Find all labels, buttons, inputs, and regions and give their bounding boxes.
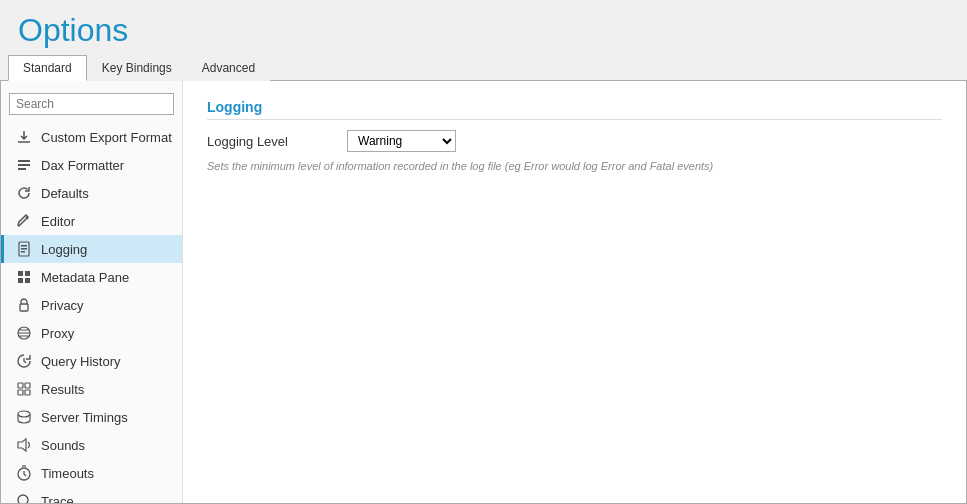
sidebar-item-privacy[interactable]: Privacy <box>1 291 182 319</box>
logging-level-select[interactable]: TraceDebugInformationWarningErrorFatal <box>347 130 456 152</box>
sidebar-item-defaults[interactable]: Defaults <box>1 179 182 207</box>
logging-icon <box>15 240 33 258</box>
svg-rect-8 <box>25 271 30 276</box>
sidebar-item-query-history[interactable]: Query History <box>1 347 182 375</box>
sidebar-item-label-editor: Editor <box>41 214 75 229</box>
sidebar-item-metadata-pane[interactable]: Metadata Pane <box>1 263 182 291</box>
sidebar-item-label-query-history: Query History <box>41 354 120 369</box>
sidebar-item-dax-formatter[interactable]: Dax Formatter <box>1 151 182 179</box>
server-timings-icon <box>15 408 33 426</box>
sidebar-item-label-defaults: Defaults <box>41 186 89 201</box>
svg-point-19 <box>18 495 28 503</box>
sidebar-item-label-timeouts: Timeouts <box>41 466 94 481</box>
timeouts-icon <box>15 464 33 482</box>
results-icon <box>15 380 33 398</box>
sidebar-item-label-trace: Trace <box>41 494 74 504</box>
tab-standard[interactable]: Standard <box>8 55 87 81</box>
svg-rect-13 <box>25 383 30 388</box>
search-input[interactable] <box>9 93 174 115</box>
defaults-icon <box>15 184 33 202</box>
logging-level-row: Logging Level TraceDebugInformationWarni… <box>207 130 942 152</box>
sidebar-item-logging[interactable]: Logging <box>1 235 182 263</box>
sidebar-item-label-custom-export-format: Custom Export Format <box>41 130 172 145</box>
sidebar-item-label-logging: Logging <box>41 242 87 257</box>
proxy-icon <box>15 324 33 342</box>
logging-level-label: Logging Level <box>207 134 347 149</box>
sidebar-item-label-privacy: Privacy <box>41 298 84 313</box>
svg-marker-17 <box>18 439 26 451</box>
sidebar-item-label-proxy: Proxy <box>41 326 74 341</box>
sidebar-item-label-sounds: Sounds <box>41 438 85 453</box>
svg-point-16 <box>18 411 30 417</box>
sidebar-item-editor[interactable]: Editor <box>1 207 182 235</box>
sidebar: Custom Export FormatDax FormatterDefault… <box>1 81 183 503</box>
svg-rect-10 <box>25 278 30 283</box>
svg-rect-2 <box>18 168 26 170</box>
sidebar-item-trace[interactable]: Trace <box>1 487 182 503</box>
svg-rect-9 <box>18 278 23 283</box>
logging-help-text: Sets the minimum level of information re… <box>207 160 942 172</box>
sidebar-item-results[interactable]: Results <box>1 375 182 403</box>
sidebar-item-proxy[interactable]: Proxy <box>1 319 182 347</box>
page-title: Options <box>18 12 949 49</box>
sidebar-item-label-results: Results <box>41 382 84 397</box>
tabs-bar: StandardKey BindingsAdvanced <box>0 55 967 81</box>
sidebar-item-timeouts[interactable]: Timeouts <box>1 459 182 487</box>
dax-formatter-icon <box>15 156 33 174</box>
svg-rect-1 <box>18 164 30 166</box>
trace-icon <box>15 492 33 503</box>
svg-rect-4 <box>21 245 27 247</box>
svg-rect-6 <box>21 251 25 253</box>
sidebar-item-label-server-timings: Server Timings <box>41 410 128 425</box>
search-box[interactable] <box>9 93 174 115</box>
main-content: Custom Export FormatDax FormatterDefault… <box>0 81 967 504</box>
content-panel: Logging Logging Level TraceDebugInformat… <box>183 81 966 503</box>
svg-rect-0 <box>18 160 30 162</box>
title-bar: Options <box>0 0 967 55</box>
sidebar-item-custom-export-format[interactable]: Custom Export Format <box>1 123 182 151</box>
tab-key-bindings[interactable]: Key Bindings <box>87 55 187 81</box>
svg-rect-7 <box>18 271 23 276</box>
editor-icon <box>15 212 33 230</box>
custom-export-format-icon <box>15 128 33 146</box>
query-history-icon <box>15 352 33 370</box>
svg-rect-12 <box>18 383 23 388</box>
sidebar-item-server-timings[interactable]: Server Timings <box>1 403 182 431</box>
svg-rect-11 <box>20 304 28 311</box>
sidebar-item-sounds[interactable]: Sounds <box>1 431 182 459</box>
metadata-pane-icon <box>15 268 33 286</box>
app-container: Options StandardKey BindingsAdvanced Cus… <box>0 0 967 504</box>
svg-rect-14 <box>18 390 23 395</box>
sidebar-item-label-dax-formatter: Dax Formatter <box>41 158 124 173</box>
tab-advanced[interactable]: Advanced <box>187 55 270 81</box>
sidebar-item-label-metadata-pane: Metadata Pane <box>41 270 129 285</box>
svg-rect-15 <box>25 390 30 395</box>
section-title: Logging <box>207 99 942 120</box>
privacy-icon <box>15 296 33 314</box>
sounds-icon <box>15 436 33 454</box>
svg-rect-5 <box>21 248 27 250</box>
